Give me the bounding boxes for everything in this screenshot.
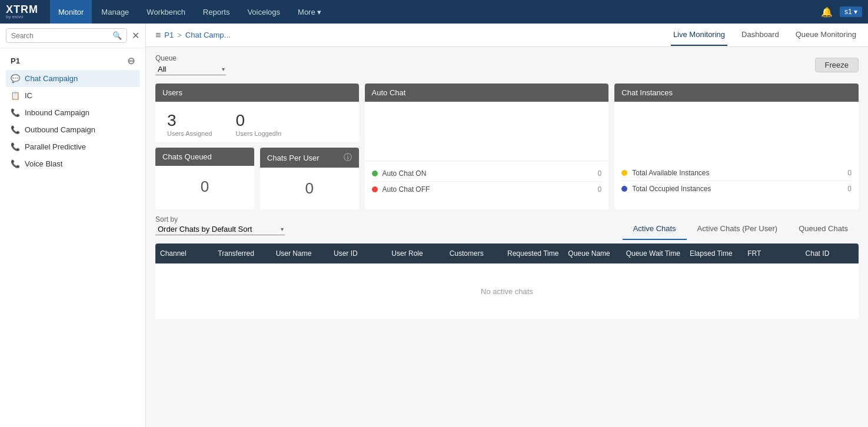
users-loggedin-label: Users LoggedIn: [235, 130, 281, 137]
inbound-icon: 📞: [11, 108, 20, 117]
sidebar-item-chat-campaign[interactable]: 💬 Chat Campaign: [6, 70, 139, 87]
queue-row: Queue All ▾ Freeze: [155, 54, 859, 75]
sort-select-wrap[interactable]: Order Chats by Default Sort ▾: [155, 223, 285, 235]
parallel-icon: 📞: [11, 142, 20, 151]
sidebar-item-ic[interactable]: 📋 IC: [6, 87, 139, 104]
users-assigned-stat: 3 Users Assigned: [167, 111, 212, 137]
nav-reports[interactable]: Reports: [195, 0, 238, 24]
chat-instances-card: Chat Instances Total Available Instances…: [614, 84, 859, 209]
users-loggedin-count: 0: [235, 111, 281, 130]
user-badge[interactable]: s1 ▾: [840, 6, 862, 17]
tab-dashboard[interactable]: Dashboard: [739, 24, 781, 46]
col-queue-wait-time: Queue Wait Time: [621, 243, 685, 263]
auto-chat-body: Auto Chat ON 0 Auto Chat OFF 0: [365, 102, 609, 202]
left-column: Users 3 Users Assigned 0 Users LoggedIn: [155, 84, 359, 209]
auto-chat-off-row: Auto Chat OFF 0: [372, 182, 602, 197]
sort-chevron-icon: ▾: [281, 226, 284, 232]
sidebar: 🔍 ✕ P1 ⊖ 💬 Chat Campaign 📋 IC 📞 Inbound …: [0, 24, 146, 427]
chevron-down-icon: ▾: [222, 66, 225, 72]
breadcrumb-p1[interactable]: P1: [164, 31, 174, 39]
nav-monitor[interactable]: Monitor: [50, 0, 92, 24]
users-stats: 3 Users Assigned 0 Users LoggedIn: [155, 102, 359, 142]
sidebar-item-inbound[interactable]: 📞 Inbound Campaign: [6, 104, 139, 121]
tab-active-chats[interactable]: Active Chats: [623, 218, 687, 240]
col-channel: Channel: [155, 243, 213, 263]
table-header-row: Channel Transferred User Name User ID Us…: [155, 243, 859, 263]
sidebar-item-voice-blast[interactable]: 📞 Voice Blast: [6, 155, 139, 172]
queue-control-wrap: Queue All ▾: [155, 54, 226, 75]
tab-active-chats-per-user[interactable]: Active Chats (Per User): [687, 218, 789, 240]
content-body: Queue All ▾ Freeze Users: [146, 47, 868, 427]
auto-chat-items: Auto Chat ON 0 Auto Chat OFF 0: [365, 161, 609, 202]
users-assigned-count: 3: [167, 111, 212, 130]
freeze-button[interactable]: Freeze: [815, 58, 859, 72]
sidebar-header: 🔍 ✕: [0, 24, 145, 48]
occupied-instances-count: 0: [847, 185, 852, 193]
chats-per-user-body: 0: [260, 168, 359, 209]
queue-select[interactable]: All: [158, 65, 214, 74]
nav-right: 🔔 s1 ▾: [821, 6, 862, 18]
section-header-p1: P1 ⊖: [6, 52, 139, 70]
close-button[interactable]: ✕: [132, 30, 139, 41]
header-tabs: Live Monitoring Dashboard Queue Monitori…: [671, 24, 859, 46]
nav-items: Monitor Manage Workbench Reports Voicelo…: [50, 0, 821, 24]
info-icon[interactable]: ⓘ: [344, 152, 352, 163]
search-input[interactable]: [11, 32, 112, 40]
col-username: User Name: [271, 243, 329, 263]
table-section: Channel Transferred User Name User ID Us…: [155, 243, 859, 319]
sort-tabs-row: Sort by Order Chats by Default Sort ▾ Ac…: [155, 215, 859, 240]
chats-queued-value: 0: [201, 178, 209, 196]
instances-spacer: [614, 102, 859, 161]
sort-row: Sort by Order Chats by Default Sort ▾: [155, 215, 285, 235]
auto-chat-header: Auto Chat: [365, 84, 609, 102]
nav-voicelogs[interactable]: Voicelogs: [239, 0, 288, 24]
chat-instances-header: Chat Instances: [614, 84, 859, 102]
tab-queue-monitoring[interactable]: Queue Monitoring: [793, 24, 859, 46]
auto-chat-card: Auto Chat Auto Chat ON 0: [365, 84, 609, 209]
nav-more[interactable]: More ▾: [290, 0, 330, 24]
collapse-icon[interactable]: ⊖: [127, 55, 135, 66]
users-loggedin-stat: 0 Users LoggedIn: [235, 111, 281, 137]
top-nav: XTRM by exivo Monitor Manage Workbench R…: [0, 0, 868, 24]
auto-chat-on-count: 0: [598, 169, 602, 178]
nav-manage[interactable]: Manage: [93, 0, 137, 24]
queue-select-wrap[interactable]: All ▾: [155, 64, 226, 75]
chat-instances-body: Total Available Instances 0 Total Occupi…: [614, 102, 859, 201]
menu-icon[interactable]: ≡: [155, 30, 161, 41]
auto-chat-on-row: Auto Chat ON 0: [372, 166, 602, 182]
main-layout: 🔍 ✕ P1 ⊖ 💬 Chat Campaign 📋 IC 📞 Inbound …: [0, 24, 868, 427]
small-cards-row: Chats Queued 0 Chats Per User ⓘ: [155, 148, 359, 209]
instances-items: Total Available Instances 0 Total Occupi…: [614, 161, 859, 201]
voice-blast-icon: 📞: [11, 159, 20, 168]
chats-per-user-value: 0: [305, 179, 313, 198]
green-dot-icon: [372, 171, 378, 176]
breadcrumb-current: Chat Camp...: [185, 31, 231, 39]
available-instances-row: Total Available Instances 0: [621, 165, 852, 181]
search-box: 🔍: [6, 28, 127, 43]
users-assigned-label: Users Assigned: [167, 130, 212, 137]
chats-queued-header: Chats Queued: [155, 148, 254, 166]
auto-chat-spacer: [365, 102, 609, 161]
sort-label: Sort by: [155, 215, 285, 223]
breadcrumb-separator: >: [177, 31, 182, 39]
chats-per-user-card: Chats Per User ⓘ 0: [260, 148, 359, 209]
breadcrumb: ≡ P1 > Chat Camp...: [155, 30, 230, 41]
tab-live-monitoring[interactable]: Live Monitoring: [671, 24, 727, 46]
col-chat-id: Chat ID: [801, 243, 859, 263]
sidebar-item-parallel[interactable]: 📞 Parallel Predictive: [6, 138, 139, 155]
red-dot-icon: [372, 186, 378, 192]
col-customers: Customers: [445, 243, 503, 263]
content: ≡ P1 > Chat Camp... Live Monitoring Dash…: [146, 24, 868, 427]
logo: XTRM by exivo: [6, 4, 38, 19]
col-requested-time: Requested Time: [503, 243, 563, 263]
chats-queued-body: 0: [155, 166, 254, 208]
nav-workbench[interactable]: Workbench: [138, 0, 194, 24]
col-transferred: Transferred: [213, 243, 271, 263]
col-userid: User ID: [329, 243, 387, 263]
bell-icon[interactable]: 🔔: [821, 6, 833, 18]
sort-select[interactable]: Order Chats by Default Sort: [158, 225, 273, 233]
sidebar-item-outbound[interactable]: 📞 Outbound Campaign: [6, 121, 139, 138]
tab-queued-chats[interactable]: Queued Chats: [788, 218, 859, 240]
table-empty-message: No active chats: [155, 263, 859, 319]
blue-dot-icon: [621, 186, 627, 192]
